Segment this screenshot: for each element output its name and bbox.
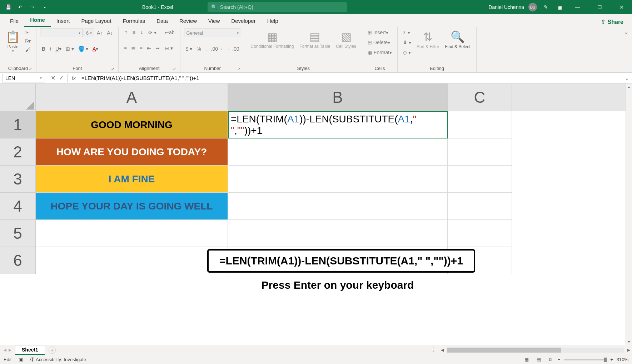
search-box[interactable]: 🔍 Search (Alt+Q) xyxy=(208,2,347,12)
comma-button[interactable]: , xyxy=(204,45,209,53)
close-button[interactable]: ✕ xyxy=(613,0,631,14)
cell-b1[interactable]: =LEN(TRIM(A1))-LEN(SUBSTITUTE(A1," ","")… xyxy=(228,111,448,138)
tab-view[interactable]: View xyxy=(203,15,225,27)
row-header-6[interactable]: 6 xyxy=(0,247,36,274)
cell-a1[interactable]: GOOD MORNING xyxy=(36,111,228,138)
align-top-button[interactable]: ⤒ xyxy=(122,29,130,36)
zoom-thumb[interactable] xyxy=(604,358,607,362)
column-header-b[interactable]: B xyxy=(228,84,448,111)
align-middle-button[interactable]: ≡ xyxy=(131,29,137,36)
redo-icon[interactable]: ↷ xyxy=(28,2,37,12)
cell-b2[interactable] xyxy=(228,138,448,166)
font-family-select[interactable]: ▾ xyxy=(40,29,83,37)
qat-dropdown-icon[interactable]: ▾ xyxy=(40,2,49,12)
sort-filter-button[interactable]: ⇅ Sort & Filter xyxy=(414,29,441,51)
normal-view-button[interactable]: ▦ xyxy=(522,356,531,363)
decrease-font-button[interactable]: A↓ xyxy=(105,29,114,37)
hscroll-thumb[interactable] xyxy=(447,348,561,353)
clear-button[interactable]: ◇ ▾ xyxy=(401,49,413,56)
zoom-out-button[interactable]: − xyxy=(558,357,561,362)
formula-input[interactable] xyxy=(79,74,622,82)
ribbon-display-icon[interactable]: ▣ xyxy=(555,2,564,12)
border-button[interactable]: ⊞ ▾ xyxy=(64,45,76,53)
cell-b4[interactable] xyxy=(228,193,448,220)
touch-mode-icon[interactable]: ✎ xyxy=(541,2,551,12)
zoom-level[interactable]: 310% xyxy=(617,357,628,362)
hscroll-split-icon[interactable]: ⋮ xyxy=(428,347,439,353)
currency-button[interactable]: $ ▾ xyxy=(184,45,194,53)
fx-icon[interactable]: fx xyxy=(69,75,79,81)
font-launcher-icon[interactable]: ⤢ xyxy=(111,67,114,71)
horizontal-scrollbar[interactable]: ◂ ▸ xyxy=(439,347,632,353)
undo-icon[interactable]: ↶ xyxy=(16,2,25,12)
paste-button[interactable]: 📋 Paste ▾ xyxy=(4,29,22,54)
cell-c3[interactable] xyxy=(448,166,512,193)
hscroll-track[interactable] xyxy=(447,348,624,353)
enter-formula-button[interactable]: ✓ xyxy=(59,75,64,81)
format-painter-button[interactable]: 🖌 xyxy=(24,46,33,54)
cell-a4[interactable]: HOPE YOUR DAY IS GOING WELL xyxy=(36,193,228,220)
name-box[interactable]: LEN ▾ xyxy=(2,74,45,82)
font-color-button[interactable]: A ▾ xyxy=(91,45,100,53)
select-all-button[interactable] xyxy=(0,84,36,111)
row-header-5[interactable]: 5 xyxy=(0,220,36,247)
align-bottom-button[interactable]: ⤓ xyxy=(138,29,146,36)
cell-c5[interactable] xyxy=(448,220,512,247)
find-select-button[interactable]: 🔍 Find & Select xyxy=(443,29,472,51)
increase-indent-button[interactable]: ⇥ xyxy=(154,44,161,52)
name-box-dropdown-icon[interactable]: ▾ xyxy=(40,76,42,80)
scroll-right-icon[interactable]: ▸ xyxy=(626,347,632,353)
cell-b3[interactable] xyxy=(228,166,448,193)
number-launcher-icon[interactable]: ⤢ xyxy=(238,67,240,71)
number-format-select[interactable]: General▾ xyxy=(184,29,241,37)
cell-c4[interactable] xyxy=(448,193,512,220)
tab-home[interactable]: Home xyxy=(24,14,51,27)
maximize-button[interactable]: ☐ xyxy=(591,0,608,14)
tab-file[interactable]: File xyxy=(4,15,24,27)
cell-styles-button[interactable]: ▧ Cell Styles xyxy=(334,29,358,50)
tab-data[interactable]: Data xyxy=(151,15,174,27)
cell-a2[interactable]: HOW ARE YOU DOING TODAY? xyxy=(36,138,228,166)
copy-button[interactable]: ⎘ ▾ xyxy=(24,37,33,45)
vscroll-track[interactable] xyxy=(626,90,632,338)
fill-button[interactable]: ⬇ ▾ xyxy=(401,39,413,46)
cell-a6[interactable] xyxy=(36,247,228,274)
scroll-down-icon[interactable]: ▼ xyxy=(626,338,632,345)
tab-review[interactable]: Review xyxy=(174,15,203,27)
tab-page-layout[interactable]: Page Layout xyxy=(75,15,117,27)
minimize-button[interactable]: — xyxy=(568,0,586,14)
format-cells-button[interactable]: ▦ Format ▾ xyxy=(366,49,394,56)
delete-cells-button[interactable]: ⊟ Delete ▾ xyxy=(366,39,394,46)
cell-a3[interactable]: I AM FINE xyxy=(36,166,228,193)
sheet-nav-next-icon[interactable]: ▸ xyxy=(9,347,11,353)
add-sheet-button[interactable]: + xyxy=(49,347,56,354)
row-header-1[interactable]: 1 xyxy=(0,111,36,138)
align-right-button[interactable]: ≡ xyxy=(138,44,144,52)
column-header-c[interactable]: C xyxy=(448,84,512,111)
row-header-4[interactable]: 4 xyxy=(0,193,36,220)
tab-help[interactable]: Help xyxy=(262,15,284,27)
cut-button[interactable]: ✂ xyxy=(24,29,33,36)
underline-button[interactable]: U ▾ xyxy=(54,45,63,53)
fill-color-button[interactable]: 🪣 ▾ xyxy=(76,45,90,53)
orientation-button[interactable]: ⟳ ▾ xyxy=(146,29,158,36)
decrease-indent-button[interactable]: ⇤ xyxy=(145,44,153,52)
wrap-text-button[interactable]: ↩ab xyxy=(163,29,176,36)
decrease-decimal-button[interactable]: ←.00 xyxy=(225,45,241,53)
increase-font-button[interactable]: A↑ xyxy=(95,29,104,37)
insert-cells-button[interactable]: ⊞ Insert ▾ xyxy=(366,29,394,36)
align-center-button[interactable]: ≣ xyxy=(129,44,137,52)
save-icon[interactable]: 💾 xyxy=(4,2,13,12)
font-size-select[interactable]: 6▾ xyxy=(84,29,94,37)
row-header-2[interactable]: 2 xyxy=(0,138,36,166)
cell-c1[interactable] xyxy=(448,111,512,138)
cell-c2[interactable] xyxy=(448,138,512,166)
share-button[interactable]: ⇪ Share xyxy=(597,17,627,27)
sheet-tab-1[interactable]: Sheet1 xyxy=(15,345,45,355)
user-avatar[interactable]: DU xyxy=(528,3,537,11)
cell-b5[interactable] xyxy=(228,220,448,247)
expand-formula-bar-button[interactable]: ⌄ xyxy=(622,75,632,81)
scroll-up-icon[interactable]: ▲ xyxy=(626,84,632,90)
increase-decimal-button[interactable]: .00→ xyxy=(209,45,225,53)
sheet-nav-prev-icon[interactable]: ◂ xyxy=(4,347,6,353)
